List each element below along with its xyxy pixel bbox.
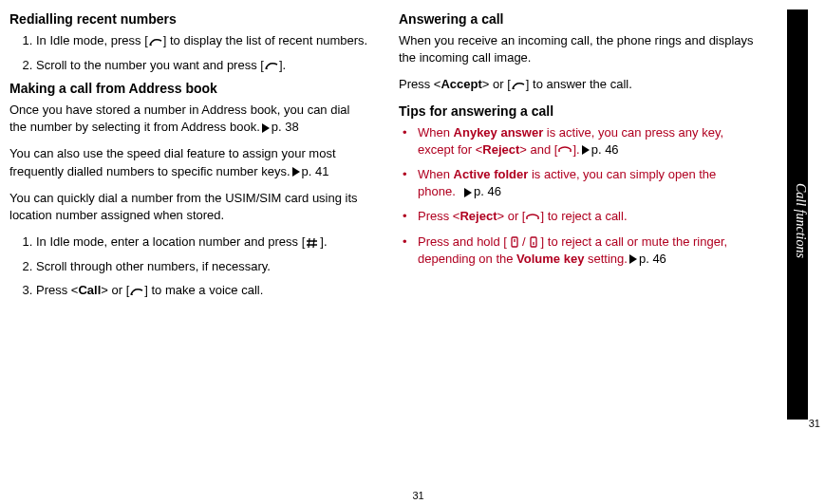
list-item: In Idle mode, press [] to display the li… [36, 32, 370, 49]
list-item: Press <Call> or [] to make a voice call. [36, 282, 370, 299]
list-item: Press <Reject> or [] to reject a call. [399, 208, 759, 225]
send-key-icon [129, 285, 144, 298]
end-key-icon [557, 143, 572, 157]
volume-up-icon [507, 235, 522, 249]
page-number-bottom: 31 [413, 490, 424, 501]
left-column: Redialling recent numbers In Idle mode, … [9, 8, 370, 307]
ref-arrow-icon [292, 167, 300, 177]
list-item: Scroll to the number you want and press … [36, 57, 370, 74]
list-item: Press and hold [/] to reject a call or m… [399, 233, 759, 268]
heading-tips: Tips for answering a call [399, 103, 759, 119]
right-column: Answering a call When you receive an inc… [399, 8, 759, 307]
section-tab: Call functions [787, 9, 808, 420]
ref-arrow-icon [464, 188, 472, 197]
list-item: When Anykey answer is active, you can pr… [399, 124, 759, 159]
send-key-icon [148, 35, 163, 48]
sim-dial-steps: In Idle mode, enter a location number an… [9, 233, 370, 299]
send-key-icon [511, 79, 526, 92]
paragraph: Press <Accept> or [] to answer the call. [399, 76, 759, 93]
ref-arrow-icon [582, 145, 590, 155]
page-number-side: 31 [809, 418, 820, 429]
paragraph: You can also use the speed dial feature … [9, 145, 370, 179]
paragraph: Once you have stored a number in Address… [9, 102, 370, 136]
hash-key-icon [305, 236, 320, 250]
heading-address-book: Making a call from Address book [9, 81, 370, 96]
send-key-icon [264, 59, 279, 72]
list-item: Scroll through other numbers, if necessa… [36, 258, 370, 275]
heading-redial: Redialling recent numbers [9, 11, 370, 27]
ref-arrow-icon [629, 254, 637, 264]
paragraph: When you receive an incoming call, the p… [399, 32, 759, 66]
paragraph: You can quickly dial a number from the U… [9, 190, 370, 224]
list-item: In Idle mode, enter a location number an… [36, 233, 370, 251]
redial-steps: In Idle mode, press [] to display the li… [9, 32, 370, 73]
volume-down-icon [526, 235, 541, 249]
heading-answering: Answering a call [399, 11, 759, 27]
page-content: Redialling recent numbers In Idle mode, … [0, 0, 825, 307]
list-item: When Active folder is active, you can si… [399, 166, 759, 200]
tips-list: When Anykey answer is active, you can pr… [399, 124, 759, 268]
ref-arrow-icon [262, 123, 270, 133]
end-key-icon [525, 211, 540, 224]
